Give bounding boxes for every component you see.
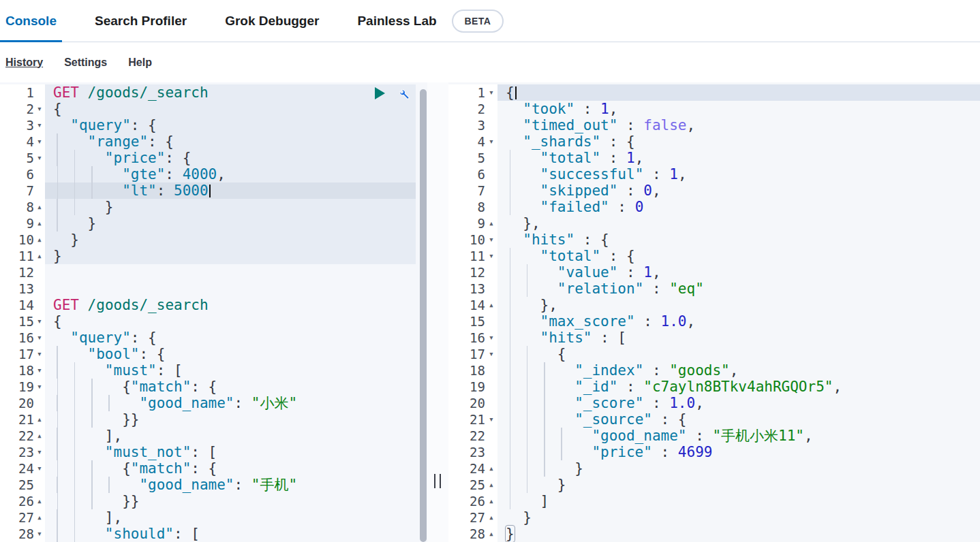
code-line[interactable]: 14▴},	[448, 297, 980, 313]
fold-arrow-icon[interactable]: ▴	[485, 215, 497, 232]
code-line[interactable]: 12	[0, 264, 427, 281]
request-scrollbar[interactable]	[420, 89, 427, 542]
request-editor[interactable]: 1GET /goods/_search2▾{3▾"query": {4▾"ran…	[0, 82, 427, 542]
fold-arrow-icon[interactable]: ▾	[485, 346, 497, 362]
code-line[interactable]: 8▴}	[0, 199, 427, 215]
code-line[interactable]: 15"max_score" : 1.0,	[448, 313, 980, 330]
fold-arrow-icon[interactable]: ▾	[34, 362, 45, 379]
code-line[interactable]: 10▾"hits" : {	[448, 232, 980, 248]
code-line[interactable]: 21▴}}	[0, 411, 427, 428]
fold-arrow-icon[interactable]: ▴	[485, 460, 497, 477]
code-line[interactable]: 27▴],	[0, 509, 427, 526]
code-line[interactable]: 14GET /goods/_search	[0, 297, 427, 313]
code-line[interactable]: 7"skipped" : 0,	[448, 182, 980, 199]
code-line[interactable]: 28▾"should": [	[0, 526, 427, 542]
code-line[interactable]: 2"took" : 1,	[448, 101, 980, 117]
request-scrollbar-thumb[interactable]	[420, 89, 427, 542]
code-line[interactable]: 26▴}}	[0, 493, 427, 509]
code-line[interactable]: 16▾"hits" : [	[448, 330, 980, 346]
code-line[interactable]: 1▾{	[448, 84, 980, 101]
fold-arrow-icon[interactable]: ▴	[485, 509, 497, 526]
wrench-icon[interactable]	[395, 86, 410, 100]
code-line[interactable]: 1GET /goods/_search	[0, 84, 427, 101]
fold-arrow-icon[interactable]: ▾	[34, 313, 45, 330]
code-line[interactable]: 24▾{"match": {	[0, 460, 427, 477]
fold-arrow-icon[interactable]: ▾	[485, 330, 497, 346]
code-line[interactable]: 18▾"must": [	[0, 362, 427, 379]
code-line[interactable]: 25"good_name": "手机"	[0, 477, 427, 493]
code-line[interactable]: 28▴}	[448, 526, 980, 542]
code-line[interactable]: 24▴}	[448, 460, 980, 477]
code-line[interactable]: 19▾{"match": {	[0, 379, 427, 395]
code-line[interactable]: 4▾"_shards" : {	[448, 133, 980, 150]
fold-arrow-icon[interactable]: ▾	[485, 84, 497, 101]
code-line[interactable]: 11▴}	[0, 248, 427, 264]
code-line[interactable]: 4▾"range": {	[0, 133, 427, 150]
code-line[interactable]: 3"timed_out" : false,	[448, 117, 980, 133]
code-line[interactable]: 17▾"bool": {	[0, 346, 427, 362]
fold-arrow-icon[interactable]: ▾	[34, 379, 45, 395]
fold-arrow-icon[interactable]: ▾	[34, 526, 45, 542]
fold-arrow-icon[interactable]: ▾	[34, 117, 45, 133]
fold-arrow-icon[interactable]: ▴	[34, 215, 45, 232]
send-request-button[interactable]	[375, 87, 385, 99]
fold-arrow-icon[interactable]: ▾	[485, 411, 497, 428]
fold-arrow-icon[interactable]: ▾	[485, 232, 497, 248]
code-line[interactable]: 2▾{	[0, 101, 427, 117]
code-line[interactable]: 5▾"price": {	[0, 150, 427, 166]
code-line[interactable]: 13	[0, 281, 427, 297]
code-line[interactable]: 11▾"total" : {	[448, 248, 980, 264]
fold-arrow-icon[interactable]: ▴	[34, 509, 45, 526]
code-line[interactable]: 27▴}	[448, 509, 980, 526]
code-line[interactable]: 21▾"_source" : {	[448, 411, 980, 428]
fold-arrow-icon[interactable]: ▾	[34, 444, 45, 460]
code-line[interactable]: 20"_score" : 1.0,	[448, 395, 980, 411]
code-line[interactable]: 7"lt": 5000	[0, 182, 427, 199]
fold-arrow-icon[interactable]: ▴	[485, 297, 497, 313]
fold-arrow-icon[interactable]: ▾	[485, 248, 497, 264]
code-line[interactable]: 20"good_name": "小米"	[0, 395, 427, 411]
fold-arrow-icon[interactable]: ▴	[34, 199, 45, 215]
code-line[interactable]: 8"failed" : 0	[448, 199, 980, 215]
tab-console[interactable]: Console	[0, 0, 62, 42]
fold-arrow-icon[interactable]: ▾	[34, 330, 45, 346]
fold-arrow-icon[interactable]: ▾	[34, 133, 45, 150]
menu-history[interactable]: History	[5, 57, 43, 69]
code-line[interactable]: 6"successful" : 1,	[448, 166, 980, 182]
code-line[interactable]: 22▴],	[0, 428, 427, 444]
code-line[interactable]: 16▾"query": {	[0, 330, 427, 346]
code-line[interactable]: 12"value" : 1,	[448, 264, 980, 281]
fold-arrow-icon[interactable]: ▾	[34, 346, 45, 362]
code-line[interactable]: 9▴}	[0, 215, 427, 232]
code-line[interactable]: 18"_index" : "goods",	[448, 362, 980, 379]
code-line[interactable]: 3▾"query": {	[0, 117, 427, 133]
fold-arrow-icon[interactable]: ▴	[485, 493, 497, 509]
fold-arrow-icon[interactable]: ▴	[34, 411, 45, 428]
code-line[interactable]: 22"good_name" : "手机小米11",	[448, 428, 980, 444]
tab-search-profiler[interactable]: Search Profiler	[89, 0, 192, 42]
fold-arrow-icon[interactable]: ▴	[34, 493, 45, 509]
code-line[interactable]: 15▾{	[0, 313, 427, 330]
resize-handle-icon[interactable]	[434, 474, 441, 488]
fold-arrow-icon[interactable]: ▾	[485, 133, 497, 150]
code-line[interactable]: 5"total" : 1,	[448, 150, 980, 166]
code-line[interactable]: 26▴]	[448, 493, 980, 509]
code-line[interactable]: 6"gte": 4000,	[0, 166, 427, 182]
fold-arrow-icon[interactable]: ▴	[34, 232, 45, 248]
tab-painless-lab[interactable]: Painless Lab	[352, 0, 442, 42]
menu-help[interactable]: Help	[128, 57, 152, 69]
code-line[interactable]: 10▴}	[0, 232, 427, 248]
code-line[interactable]: 25▴}	[448, 477, 980, 493]
code-line[interactable]: 9▴},	[448, 215, 980, 232]
fold-arrow-icon[interactable]: ▴	[34, 428, 45, 444]
code-line[interactable]: 17▾{	[448, 346, 980, 362]
fold-arrow-icon[interactable]: ▴	[34, 248, 45, 264]
menu-settings[interactable]: Settings	[64, 57, 107, 69]
fold-arrow-icon[interactable]: ▴	[485, 477, 497, 493]
code-line[interactable]: 23▾"must_not": [	[0, 444, 427, 460]
code-line[interactable]: 19"_id" : "c7ayln8BTkv4ahRGQOr5",	[448, 379, 980, 395]
fold-arrow-icon[interactable]: ▾	[34, 101, 45, 117]
fold-arrow-icon[interactable]: ▴	[485, 526, 497, 542]
code-line[interactable]: 23"price" : 4699	[448, 444, 980, 460]
code-line[interactable]: 13"relation" : "eq"	[448, 281, 980, 297]
